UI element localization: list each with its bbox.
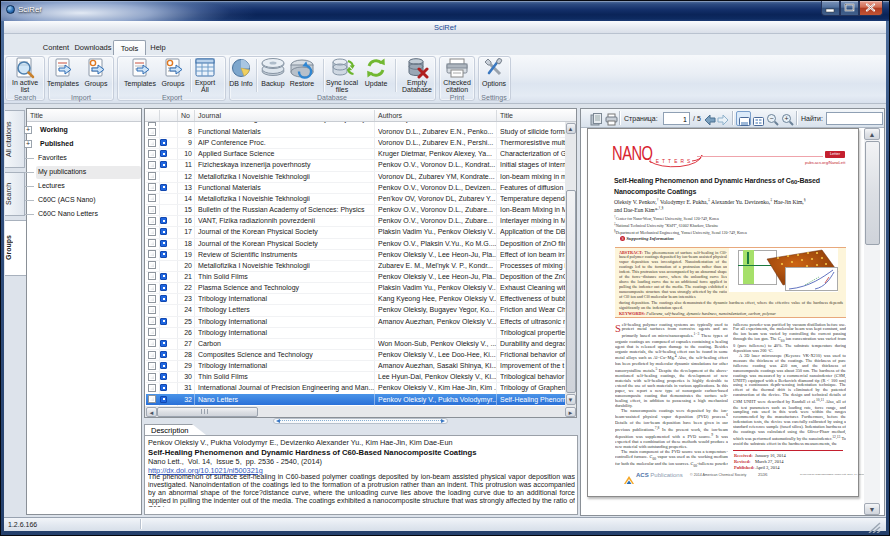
svg-text:+: + [784, 115, 788, 122]
svg-text:−: − [769, 115, 773, 122]
